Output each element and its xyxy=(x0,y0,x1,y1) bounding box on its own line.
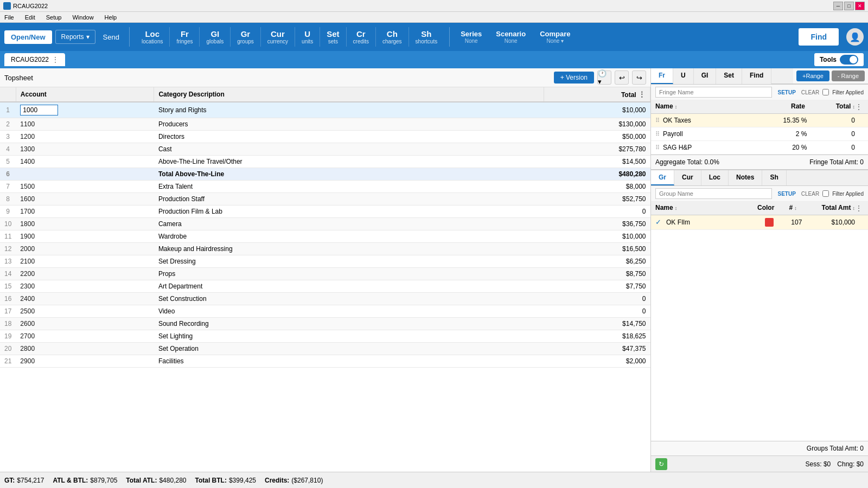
menu-edit[interactable]: Edit xyxy=(23,14,37,21)
account-input[interactable] xyxy=(20,105,58,115)
title-bar: RCAUG2022 ─ □ ✕ xyxy=(0,0,868,12)
tab-u[interactable]: U xyxy=(673,68,694,84)
fringe-search-input[interactable] xyxy=(655,87,772,98)
fringe-col-total: Total ↕ xyxy=(805,102,855,111)
tab-menu-icon[interactable]: ⋮ xyxy=(52,56,59,63)
tab-rcaug2022[interactable]: RCAUG2022 ⋮ xyxy=(4,53,65,66)
col-total-menu[interactable]: ⋮ xyxy=(638,90,646,99)
category-cell: Production Staff xyxy=(154,193,544,206)
find-button[interactable]: Find xyxy=(799,28,839,46)
undo-btn[interactable]: ↩ xyxy=(615,70,629,85)
reports-label: Reports xyxy=(61,33,84,41)
clock-icon-btn[interactable]: 🕐 ▾ xyxy=(597,70,611,85)
scenario-selector[interactable]: Scenario None xyxy=(490,30,531,44)
compare-selector[interactable]: Compare None ▾ xyxy=(534,30,576,44)
main-area: Topsheet + Version 🕐 ▾ ↩ ↪ Account Categ… xyxy=(0,68,868,472)
row-number: 9 xyxy=(0,206,16,218)
fringe-section: SETUP CLEAR Filter Applied Name ↕ Rate T… xyxy=(651,85,868,170)
menu-help[interactable]: Help xyxy=(103,14,119,21)
fringe-clear-btn[interactable]: CLEAR xyxy=(801,89,819,95)
account-value: 2900 xyxy=(20,357,35,365)
total-cell: $8,750 xyxy=(544,268,650,280)
group-clear-btn[interactable]: CLEAR xyxy=(801,191,819,197)
account-value: 1200 xyxy=(20,133,35,140)
title-bar-text: RCAUG2022 xyxy=(13,3,833,9)
total-cell: 0 xyxy=(544,206,650,218)
status-total-btl: Total BTL: $399,425 xyxy=(195,477,257,484)
fringe-filter-checkbox[interactable] xyxy=(822,89,829,95)
group-search-input[interactable] xyxy=(655,188,772,199)
group-header-menu[interactable]: ⋮ xyxy=(855,204,863,213)
series-selector[interactable]: Series None xyxy=(455,30,487,44)
category-cell: Cast xyxy=(154,143,544,156)
menu-window[interactable]: Window xyxy=(70,14,95,21)
refresh-btn[interactable]: ↻ xyxy=(655,458,667,470)
category-cell: Facilities xyxy=(154,355,544,368)
tab-set[interactable]: Set xyxy=(716,68,742,84)
open-new-button[interactable]: Open/New xyxy=(4,30,52,44)
status-total-atl-value: $480,280 xyxy=(159,477,186,484)
nav-cur[interactable]: Cur currency xyxy=(261,27,295,47)
plus-range-button[interactable]: +Range xyxy=(796,70,829,81)
nav-set-label: sets xyxy=(328,38,338,44)
fringe-row[interactable]: ⠿ Payroll 2 % 0 xyxy=(651,127,868,141)
account-cell: 2200 xyxy=(16,268,154,280)
group-check-icon: ✓ xyxy=(655,218,664,227)
account-value: 1500 xyxy=(20,183,35,190)
title-bar-controls: ─ □ ✕ xyxy=(833,2,865,10)
account-cell[interactable] xyxy=(16,102,154,118)
tab-gi[interactable]: GI xyxy=(694,68,717,84)
nav-cr-label: credits xyxy=(353,38,369,44)
fringe-row[interactable]: ⠿ OK Taxes 15.35 % 0 xyxy=(651,114,868,127)
tab-sh[interactable]: Sh xyxy=(762,170,786,185)
add-version-button[interactable]: + Version xyxy=(554,72,594,84)
status-total-atl: Total ATL: $480,280 xyxy=(126,477,186,484)
send-button[interactable]: Send xyxy=(99,30,124,44)
tab-find[interactable]: Find xyxy=(742,68,771,84)
user-avatar[interactable]: 👤 xyxy=(846,28,864,46)
nav-gi[interactable]: GI globals xyxy=(200,27,231,47)
nav-cr[interactable]: Cr credits xyxy=(347,27,376,47)
tab-cur[interactable]: Cur xyxy=(674,170,701,185)
nav-sh[interactable]: Sh shortcuts xyxy=(409,27,444,47)
account-value: 2300 xyxy=(20,282,35,290)
nav-fr-abbr: Fr xyxy=(181,29,189,38)
maximize-btn[interactable]: □ xyxy=(844,2,854,10)
groups-header: SETUP CLEAR Filter Applied xyxy=(651,186,868,202)
tab-gr[interactable]: Gr xyxy=(651,170,674,185)
tab-notes[interactable]: Notes xyxy=(729,170,762,185)
group-setup-btn[interactable]: SETUP xyxy=(775,190,797,198)
account-value: 1300 xyxy=(20,145,35,153)
menu-setup[interactable]: Setup xyxy=(44,14,64,21)
status-atl-btl-value: $879,705 xyxy=(90,477,117,484)
nav-u[interactable]: U units xyxy=(295,27,320,47)
row-number: 20 xyxy=(0,343,16,355)
nav-cur-label: currency xyxy=(267,38,288,44)
menu-file[interactable]: File xyxy=(2,14,16,21)
minimize-btn[interactable]: ─ xyxy=(833,2,843,10)
nav-fr[interactable]: Fr fringes xyxy=(170,27,200,47)
category-cell: Directors xyxy=(154,131,544,143)
nav-set[interactable]: Set sets xyxy=(320,27,346,47)
category-cell: Sound Recording xyxy=(154,318,544,330)
fringe-row[interactable]: ⠿ SAG H&P 20 % 0 xyxy=(651,141,868,155)
tools-toggle[interactable] xyxy=(840,55,858,65)
nav-gr[interactable]: Gr groups xyxy=(231,27,261,47)
redo-btn[interactable]: ↪ xyxy=(632,70,646,85)
tab-fr[interactable]: Fr xyxy=(651,68,673,84)
nav-ch-label: charges xyxy=(382,38,402,44)
total-cell: $10,000 xyxy=(544,102,650,118)
minus-range-button[interactable]: - Range xyxy=(832,70,865,81)
nav-ch[interactable]: Ch charges xyxy=(376,27,409,47)
nav-cr-abbr: Cr xyxy=(356,29,366,38)
reports-button[interactable]: Reports ▾ xyxy=(55,30,95,44)
account-value: 1400 xyxy=(20,158,35,165)
nav-loc[interactable]: Loc locations xyxy=(135,27,170,47)
tab-loc[interactable]: Loc xyxy=(701,170,729,185)
group-filter-checkbox[interactable] xyxy=(822,190,829,197)
group-row[interactable]: ✓ OK FIlm 107 $10,000 xyxy=(651,215,868,230)
fringe-setup-btn[interactable]: SETUP xyxy=(775,88,797,97)
close-btn[interactable]: ✕ xyxy=(855,2,865,10)
range-buttons: +Range - Range xyxy=(793,68,868,84)
fringe-header-menu[interactable]: ⋮ xyxy=(855,102,863,111)
